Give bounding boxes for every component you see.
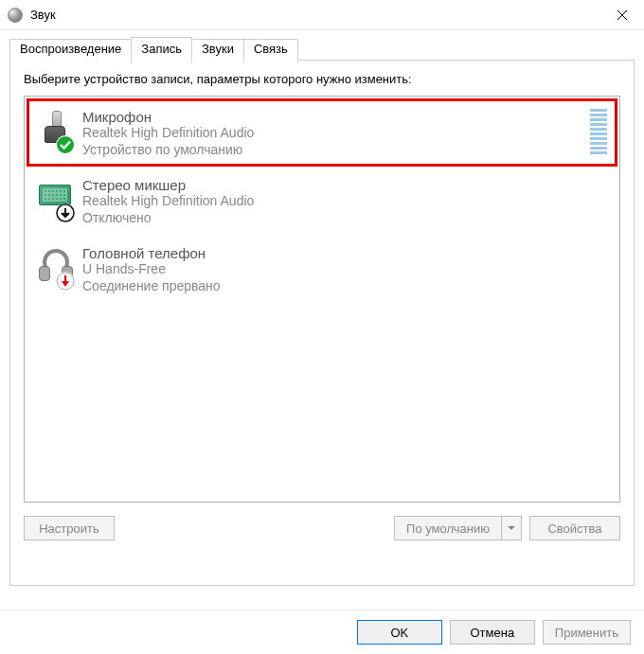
- device-item-microphone[interactable]: Микрофон Realtek High Definition Audio У…: [27, 98, 617, 167]
- mixer-icon: [35, 175, 73, 221]
- device-driver: Realtek High Definition Audio: [82, 193, 607, 210]
- tab-recording[interactable]: Запись: [131, 37, 192, 61]
- set-default-button[interactable]: По умолчанию: [394, 516, 501, 540]
- tab-sounds[interactable]: Звуки: [191, 39, 244, 62]
- close-icon: [617, 9, 628, 21]
- input-level-meter: [590, 107, 607, 154]
- device-name: Стерео микшер: [82, 177, 607, 193]
- default-check-icon: [56, 135, 75, 154]
- panel-button-row: Настроить По умолчанию Свойства: [24, 516, 620, 540]
- device-list[interactable]: Микрофон Realtek High Definition Audio У…: [24, 96, 620, 503]
- svg-point-0: [57, 136, 74, 153]
- tab-strip: Воспроизведение Запись Звуки Связь: [9, 37, 635, 61]
- cancel-button[interactable]: Отмена: [450, 620, 535, 645]
- device-driver: U Hands-Free: [82, 261, 607, 278]
- device-status: Отключено: [82, 210, 607, 227]
- ok-button[interactable]: OK: [357, 620, 442, 645]
- sound-app-icon: [8, 8, 23, 23]
- device-status: Устройство по умолчанию: [82, 142, 581, 159]
- title-bar: Звук: [0, 0, 644, 30]
- device-name: Головной телефон: [82, 245, 607, 261]
- disabled-icon: [56, 203, 75, 222]
- device-item-stereo-mixer[interactable]: Стерео микшер Realtek High Definition Au…: [27, 167, 617, 235]
- properties-button[interactable]: Свойства: [529, 516, 620, 540]
- close-button[interactable]: [600, 0, 644, 30]
- tab-communications[interactable]: Связь: [243, 39, 298, 62]
- set-default-split-button[interactable]: По умолчанию: [394, 516, 522, 540]
- set-default-dropdown[interactable]: [501, 516, 522, 540]
- instruction-text: Выберите устройство записи, параметры ко…: [24, 72, 620, 86]
- configure-button[interactable]: Настроить: [24, 516, 115, 540]
- disconnected-icon: [56, 272, 75, 291]
- device-driver: Realtek High Definition Audio: [82, 125, 581, 142]
- window-title: Звук: [30, 8, 600, 22]
- device-status: Соединение прервано: [82, 278, 607, 295]
- device-name: Микрофон: [82, 109, 581, 125]
- apply-button[interactable]: Применить: [543, 620, 631, 645]
- tab-playback[interactable]: Воспроизведение: [9, 39, 132, 62]
- tab-panel-recording: Выберите устройство записи, параметры ко…: [9, 60, 635, 586]
- microphone-icon: [35, 107, 73, 152]
- dialog-button-row: OK Отмена Применить: [0, 610, 644, 654]
- device-item-headset[interactable]: Головной телефон U Hands-Free Соединение…: [27, 235, 617, 303]
- chevron-down-icon: [508, 524, 515, 532]
- headset-icon: [35, 243, 73, 289]
